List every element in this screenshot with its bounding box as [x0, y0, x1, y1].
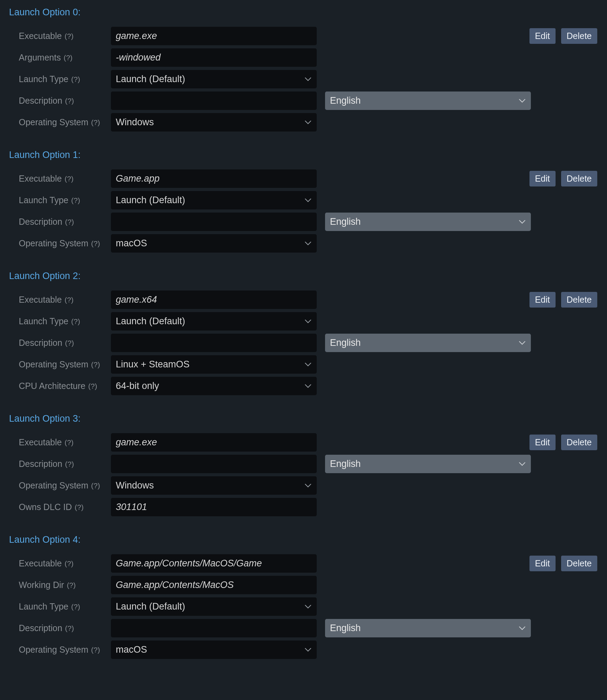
description-row: Description (?) English	[5, 213, 602, 231]
description-row: Description (?) English	[5, 619, 602, 637]
operating-system-select[interactable]: Windows	[111, 476, 317, 495]
help-icon[interactable]: (?)	[65, 559, 74, 568]
launch-type-select[interactable]: Launch (Default)	[111, 70, 317, 88]
help-icon[interactable]: (?)	[91, 239, 100, 248]
launch-type-row: Launch Type (?) Launch (Default)	[5, 597, 602, 616]
help-icon[interactable]: (?)	[91, 482, 100, 490]
section-title: Launch Option 3:	[5, 413, 602, 424]
field-label: Launch Type (?)	[19, 316, 111, 326]
launch-option-section: Launch Option 1: Executable (?) Edit Del…	[5, 150, 602, 253]
description-language-select[interactable]: English	[325, 92, 531, 110]
help-icon[interactable]: (?)	[64, 54, 73, 62]
field-label: Owns DLC ID (?)	[19, 502, 111, 512]
help-icon[interactable]: (?)	[65, 339, 74, 347]
executable-input[interactable]	[111, 433, 317, 452]
field-label: CPU Architecture (?)	[19, 381, 111, 391]
operating-system-row: Operating System (?) Windows	[5, 476, 602, 495]
operating-system-select[interactable]: Linux + SteamOS	[111, 355, 317, 374]
field-label: Operating System (?)	[19, 480, 111, 491]
owns-dlc-id-input[interactable]	[111, 498, 317, 516]
delete-button[interactable]: Delete	[561, 435, 597, 450]
help-icon[interactable]: (?)	[65, 175, 74, 183]
description-language-select[interactable]: English	[325, 619, 531, 637]
help-icon[interactable]: (?)	[65, 296, 74, 304]
description-language-select[interactable]: English	[325, 455, 531, 473]
operating-system-row: Operating System (?) Windows	[5, 113, 602, 132]
launch-option-section: Launch Option 4: Executable (?) Edit Del…	[5, 534, 602, 659]
field-label: Executable (?)	[19, 174, 111, 184]
help-icon[interactable]: (?)	[91, 118, 100, 127]
operating-system-select[interactable]: macOS	[111, 641, 317, 659]
help-icon[interactable]: (?)	[65, 218, 74, 226]
help-icon[interactable]: (?)	[67, 581, 76, 589]
edit-button[interactable]: Edit	[529, 171, 556, 186]
executable-input[interactable]	[111, 554, 317, 573]
executable-input[interactable]	[111, 27, 317, 45]
section-title: Launch Option 2:	[5, 271, 602, 281]
help-icon[interactable]: (?)	[91, 646, 100, 654]
section-title: Launch Option 0:	[5, 7, 602, 18]
description-row: Description (?) English	[5, 334, 602, 352]
executable-row: Executable (?) Edit Delete	[5, 169, 602, 188]
field-label: Executable (?)	[19, 31, 111, 41]
help-icon[interactable]: (?)	[65, 97, 74, 105]
help-icon[interactable]: (?)	[65, 624, 74, 633]
field-label: Working Dir (?)	[19, 580, 111, 590]
launch-type-select[interactable]: Launch (Default)	[111, 597, 317, 616]
section-title: Launch Option 4:	[5, 534, 602, 545]
help-icon[interactable]: (?)	[71, 196, 80, 205]
launch-type-row: Launch Type (?) Launch (Default)	[5, 191, 602, 209]
description-row: Description (?) English	[5, 92, 602, 110]
help-icon[interactable]: (?)	[65, 460, 74, 468]
field-label: Description (?)	[19, 96, 111, 106]
description-language-select[interactable]: English	[325, 213, 531, 231]
delete-button[interactable]: Delete	[561, 171, 597, 186]
executable-input[interactable]	[111, 169, 317, 188]
launch-type-row: Launch Type (?) Launch (Default)	[5, 70, 602, 88]
launch-type-row: Launch Type (?) Launch (Default)	[5, 312, 602, 331]
working-dir-input[interactable]	[111, 576, 317, 594]
arguments-input[interactable]	[111, 48, 317, 67]
field-label: Launch Type (?)	[19, 195, 111, 205]
help-icon[interactable]: (?)	[75, 503, 84, 511]
operating-system-row: Operating System (?) macOS	[5, 234, 602, 253]
delete-button[interactable]: Delete	[561, 556, 597, 571]
help-icon[interactable]: (?)	[88, 382, 97, 390]
help-icon[interactable]: (?)	[71, 75, 80, 83]
field-label: Executable (?)	[19, 558, 111, 568]
help-icon[interactable]: (?)	[65, 438, 74, 447]
edit-button[interactable]: Edit	[529, 292, 556, 308]
field-label: Operating System (?)	[19, 117, 111, 127]
description-input[interactable]	[111, 619, 317, 637]
cpu-architecture-row: CPU Architecture (?) 64-bit only	[5, 377, 602, 395]
description-input[interactable]	[111, 92, 317, 110]
launch-type-select[interactable]: Launch (Default)	[111, 191, 317, 209]
description-input[interactable]	[111, 455, 317, 473]
edit-button[interactable]: Edit	[529, 556, 556, 571]
edit-button[interactable]: Edit	[529, 435, 556, 450]
launch-option-section: Launch Option 0: Executable (?) Edit Del…	[5, 7, 602, 132]
field-label: Operating System (?)	[19, 645, 111, 655]
field-label: Operating System (?)	[19, 359, 111, 369]
field-label: Executable (?)	[19, 295, 111, 305]
description-input[interactable]	[111, 213, 317, 231]
delete-button[interactable]: Delete	[561, 292, 597, 308]
executable-input[interactable]	[111, 291, 317, 309]
description-language-select[interactable]: English	[325, 334, 531, 352]
executable-row: Executable (?) Edit Delete	[5, 554, 602, 573]
help-icon[interactable]: (?)	[71, 317, 80, 326]
operating-system-select[interactable]: Windows	[111, 113, 317, 132]
field-label: Launch Type (?)	[19, 602, 111, 612]
cpu-architecture-select[interactable]: 64-bit only	[111, 377, 317, 395]
field-label: Executable (?)	[19, 437, 111, 447]
executable-row: Executable (?) Edit Delete	[5, 291, 602, 309]
delete-button[interactable]: Delete	[561, 28, 597, 44]
description-input[interactable]	[111, 334, 317, 352]
operating-system-select[interactable]: macOS	[111, 234, 317, 253]
edit-button[interactable]: Edit	[529, 28, 556, 44]
help-icon[interactable]: (?)	[71, 603, 80, 611]
launch-type-select[interactable]: Launch (Default)	[111, 312, 317, 331]
help-icon[interactable]: (?)	[65, 32, 74, 40]
executable-row: Executable (?) Edit Delete	[5, 433, 602, 452]
help-icon[interactable]: (?)	[91, 360, 100, 369]
